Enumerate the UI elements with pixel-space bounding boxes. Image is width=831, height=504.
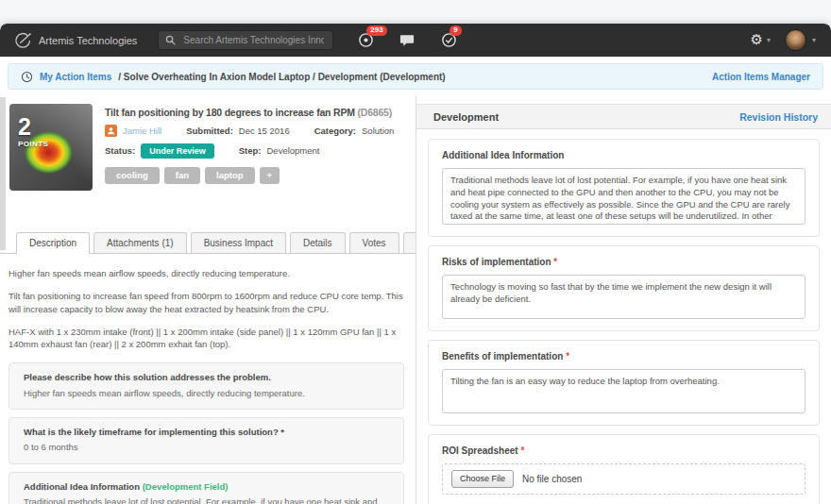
step-value: Development	[266, 145, 319, 156]
breadcrumb-path: / Solve Overheating In Axion Model Lapto…	[118, 72, 445, 82]
description-paragraph: Higher fan speeds mean airflow speeds, d…	[8, 267, 404, 279]
field-card-additional-info: Additional Idea Information Traditional …	[428, 139, 820, 237]
tag-laptop[interactable]: laptop	[205, 167, 255, 184]
tab-details[interactable]: Details	[290, 232, 346, 253]
global-search	[158, 30, 333, 50]
search-icon	[165, 35, 176, 45]
file-upload-dropzone: Choose File No file chosen	[442, 463, 806, 495]
chevron-down-icon: ▾	[767, 36, 771, 44]
tag-cooling[interactable]: cooling	[105, 167, 160, 184]
question-text: What is the likely timeframe for impleme…	[24, 426, 389, 438]
description-paragraph: HAF-X with 1 x 230mm intake (front) || 1…	[8, 326, 404, 351]
development-field-tag: (Development Field)	[143, 481, 229, 492]
field-card-risks: Risks of implementation * Technology is …	[428, 245, 820, 331]
development-form: Additional Idea Information Traditional …	[416, 129, 831, 504]
breadcrumb: My Action Items / Solve Overheating In A…	[8, 63, 823, 90]
risks-of-implementation-textarea[interactable]: Technology is moving so fast that by the…	[442, 275, 806, 319]
tab-description[interactable]: Description	[16, 232, 90, 254]
answer-text: 0 to 6 months	[24, 441, 389, 453]
submitted-label: Submitted:	[186, 126, 233, 136]
field-label: Benefits of implementation *	[442, 351, 806, 361]
submitted-date: Dec 15 2016	[239, 126, 290, 136]
idea-header: 2 POINTS Tilt fan positioning by 180 deg…	[0, 95, 416, 191]
required-marker: *	[566, 351, 569, 361]
tab-business-impact[interactable]: Business Impact	[191, 232, 286, 253]
add-tag-button[interactable]: +	[260, 167, 280, 184]
development-panel: Development Revision History Additional …	[416, 95, 831, 504]
tag-list: cooling fan laptop +	[105, 167, 406, 184]
artemis-logo-icon	[13, 31, 32, 50]
field-label: ROI Spreadsheet *	[442, 445, 806, 456]
question-text: Please describe how this solution addres…	[24, 371, 389, 383]
revision-history-link[interactable]: Revision History	[739, 111, 818, 123]
points-badge: 2 POINTS	[18, 115, 48, 148]
idea-title-text: Tilt fan positioning by 180 degrees to i…	[105, 107, 355, 118]
action-items-manager-link[interactable]: Action Items Manager	[712, 72, 810, 82]
tab-attachments[interactable]: Attachments (1)	[93, 232, 187, 253]
development-panel-header: Development Revision History	[416, 104, 831, 129]
author-avatar	[105, 125, 117, 137]
qa-box-additional-info: Additional Idea Information (Development…	[8, 472, 404, 504]
field-label-text: ROI Spreadsheet	[442, 445, 518, 456]
points-value: 2	[18, 115, 48, 139]
user-menu-button[interactable]: ▾	[775, 29, 816, 51]
breadcrumb-my-action-items-link[interactable]: My Action Items	[40, 72, 111, 82]
answer-text: Higher fan speeds mean airflow speeds, d…	[24, 387, 389, 399]
main-content: 2 POINTS Tilt fan positioning by 180 deg…	[0, 95, 831, 504]
required-marker: *	[553, 257, 557, 267]
messages-button[interactable]	[399, 32, 416, 48]
gear-icon: ⚙	[751, 33, 763, 47]
idea-notifications-button[interactable]: 293	[358, 32, 374, 48]
development-panel-title: Development	[433, 111, 499, 123]
description-content: Higher fan speeds mean airflow speeds, d…	[0, 254, 416, 504]
activity-notifications-button[interactable]: 9	[441, 32, 457, 48]
status-badge: Under Review	[141, 143, 214, 159]
idea-panel: 2 POINTS Tilt fan positioning by 180 deg…	[0, 95, 416, 504]
idea-tabs: Description Attachments (1) Business Imp…	[0, 232, 416, 254]
field-label: Additional Idea Information	[442, 150, 806, 160]
file-status-text: No file chosen	[522, 474, 582, 484]
author-link[interactable]: Jamie Hill	[123, 126, 161, 136]
choose-file-button[interactable]: Choose File	[451, 470, 514, 488]
required-marker: *	[520, 445, 524, 456]
field-label-text: Benefits of implementation	[442, 351, 563, 361]
chevron-down-icon: ▾	[812, 36, 816, 44]
question-text: Additional Idea Information (Development…	[24, 480, 389, 493]
activity-notifications-badge: 9	[449, 25, 461, 36]
additional-idea-information-textarea[interactable]: Traditional methods leave lot of lost po…	[442, 168, 806, 225]
tab-votes[interactable]: Votes	[349, 232, 399, 253]
field-card-roi-spreadsheet: ROI Spreadsheet * Choose File No file ch…	[428, 434, 820, 504]
tab-evaluations[interactable]: Evaluations	[403, 232, 416, 253]
tag-fan[interactable]: fan	[164, 167, 200, 184]
step-label: Step:	[239, 145, 262, 156]
category-value: Solution	[362, 126, 394, 136]
idea-meta-row-2: Status: Under Review Step: Development	[105, 143, 406, 159]
idea-title: Tilt fan positioning by 180 degrees to i…	[105, 107, 406, 118]
user-avatar	[785, 29, 806, 51]
answer-text: Traditional methods leave lot of lost po…	[24, 496, 389, 504]
question-text-main: Additional Idea Information	[24, 481, 140, 492]
idea-id: (D6865)	[358, 107, 393, 118]
idea-thumbnail-image[interactable]: 2 POINTS	[9, 104, 93, 191]
status-label: Status:	[105, 145, 135, 156]
benefits-of-implementation-textarea[interactable]: Tilting the fan is an easy way to reduce…	[442, 369, 806, 413]
idea-meta-row-1: Jamie Hill Submitted: Dec 15 2016 Catego…	[105, 125, 406, 137]
idea-notifications-badge: 293	[366, 25, 386, 36]
top-navbar: Artemis Technologies 293	[0, 24, 831, 57]
app-window: Artemis Technologies 293	[0, 24, 831, 504]
brand-name: Artemis Technologies	[39, 35, 137, 46]
field-label: Risks of implementation *	[442, 257, 806, 267]
brand[interactable]: Artemis Technologies	[13, 31, 137, 50]
panel-collapse-handle[interactable]	[0, 97, 6, 250]
category-label: Category:	[314, 126, 356, 136]
points-label: POINTS	[18, 140, 48, 148]
settings-menu-button[interactable]: ⚙ ▾	[751, 33, 771, 47]
search-input[interactable]	[181, 34, 326, 46]
qa-box-timeframe: What is the likely timeframe for impleme…	[8, 417, 404, 464]
clock-icon	[21, 71, 33, 83]
qa-box-solution: Please describe how this solution addres…	[8, 362, 404, 410]
description-paragraph: Tilt fan positioning to increase fan spe…	[8, 290, 404, 315]
field-card-benefits: Benefits of implementation * Tilting the…	[428, 340, 820, 426]
field-label-text: Risks of implementation	[442, 257, 551, 267]
